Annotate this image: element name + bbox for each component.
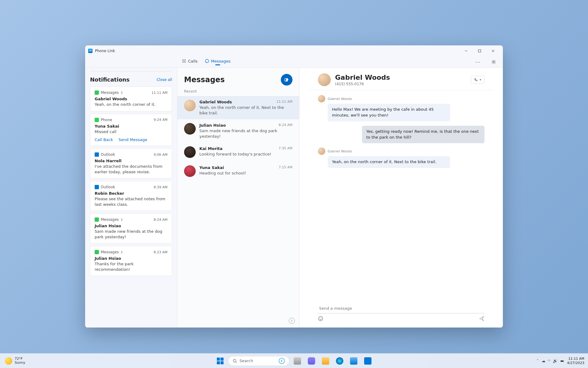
svg-point-12 bbox=[185, 62, 186, 63]
clock[interactable]: 11:11 AM 4/27/2023 bbox=[567, 357, 584, 365]
send-icon bbox=[479, 316, 484, 321]
notification-item[interactable]: Messages❯8:24 AM Julian Hsiao Sam made n… bbox=[90, 213, 172, 243]
search-icon bbox=[233, 359, 237, 363]
notifications-title: Notifications bbox=[90, 76, 130, 83]
phone-link-icon bbox=[364, 357, 371, 365]
taskbar-search[interactable]: Search bbox=[228, 356, 289, 366]
notification-item[interactable]: Outlook8:39 AM Robin Becker Please see t… bbox=[90, 181, 172, 211]
svg-point-28 bbox=[321, 318, 322, 318]
svg-line-21 bbox=[492, 63, 493, 64]
conversation-item[interactable]: Gabriel Woods11:11 AM Yeah, on the north… bbox=[177, 96, 299, 119]
outlook-app-icon bbox=[95, 185, 99, 189]
notification-item[interactable]: Messages❯8:23 AM Julian Hsiao Thanks for… bbox=[90, 246, 172, 276]
maximize-button[interactable] bbox=[473, 46, 486, 56]
tray-icons[interactable]: ☁ ⌔ 🔊 ▬ bbox=[541, 358, 564, 363]
conversation-item[interactable]: Julian Hsiao8:24 AM Sam made new friends… bbox=[177, 119, 299, 143]
svg-point-6 bbox=[185, 59, 186, 60]
onedrive-icon: ☁ bbox=[541, 358, 545, 363]
chat-button[interactable] bbox=[305, 355, 318, 367]
teams-chat-icon bbox=[308, 357, 315, 365]
minimize-button[interactable] bbox=[459, 46, 473, 56]
taskbar: 72°F Sunny Search ˄ ☁ ⌔ 🔊 ▬ 11:11 AM 4/2… bbox=[0, 353, 588, 368]
phone-link-taskbar-button[interactable] bbox=[362, 355, 374, 367]
tab-messages[interactable]: Messages bbox=[205, 59, 231, 65]
conversation-item[interactable]: Kai Morita7:35 AM Looking forward to tod… bbox=[177, 143, 299, 162]
start-button[interactable] bbox=[214, 355, 226, 367]
chat-panel: Gabriel Woods (415) 555-0176 ▾ Gabriel W… bbox=[300, 68, 503, 328]
system-tray: ˄ ☁ ⌔ 🔊 ▬ 11:11 AM 4/27/2023 bbox=[537, 357, 584, 365]
svg-line-20 bbox=[495, 63, 496, 64]
task-view-icon bbox=[294, 357, 301, 365]
gear-icon bbox=[491, 59, 496, 64]
emoji-button[interactable] bbox=[318, 316, 323, 321]
emoji-icon bbox=[318, 316, 323, 321]
chat-header: Gabriel Woods (415) 555-0176 ▾ bbox=[309, 68, 494, 90]
messages-app-icon bbox=[95, 217, 99, 222]
notification-item[interactable]: Outlook9:06 AM Nola Harrell I've attache… bbox=[90, 148, 172, 178]
weather-icon bbox=[5, 357, 12, 365]
more-button[interactable]: ⋯ bbox=[473, 58, 482, 66]
folder-icon bbox=[322, 357, 329, 365]
info-button[interactable]: i bbox=[289, 318, 295, 324]
volume-icon: 🔊 bbox=[553, 358, 558, 363]
compose-icon bbox=[284, 77, 289, 82]
close-button[interactable] bbox=[486, 46, 500, 56]
chat-body[interactable]: Gabriel Woods Hello Max! We are meeting … bbox=[300, 90, 503, 299]
bing-icon bbox=[279, 358, 285, 364]
avatar bbox=[184, 146, 196, 158]
svg-point-27 bbox=[320, 318, 320, 318]
send-message-button[interactable]: Send Message bbox=[119, 137, 147, 142]
contact-avatar bbox=[318, 73, 331, 86]
battery-tray-icon: ▬ bbox=[560, 358, 564, 363]
edge-icon bbox=[336, 357, 343, 365]
window-title: Phone Link bbox=[95, 49, 459, 53]
phone-call-icon bbox=[474, 78, 478, 82]
weather-widget[interactable]: 72°F Sunny bbox=[0, 357, 30, 364]
svg-rect-1 bbox=[478, 50, 481, 52]
message-input[interactable] bbox=[318, 304, 484, 313]
wifi-icon: ⌔ bbox=[548, 358, 550, 363]
svg-point-14 bbox=[493, 61, 495, 63]
notification-item[interactable]: Phone9:24 AM Yuna Sakai Missed call Call… bbox=[90, 114, 172, 146]
call-back-button[interactable]: Call Back bbox=[95, 137, 113, 142]
chevron-right-icon: ❯ bbox=[121, 218, 123, 221]
chevron-down-icon: ▾ bbox=[480, 78, 481, 81]
avatar bbox=[318, 95, 325, 102]
svg-point-7 bbox=[183, 61, 183, 61]
messages-list-panel: Messages Recent Gabriel Woods11:11 AM Ye… bbox=[177, 68, 300, 328]
svg-point-29 bbox=[233, 359, 236, 362]
svg-point-4 bbox=[183, 59, 183, 60]
notification-item[interactable]: Messages❯11:11 AM Gabriel Woods Yeah, on… bbox=[90, 86, 172, 111]
edge-button[interactable] bbox=[334, 355, 346, 367]
store-button[interactable] bbox=[348, 355, 360, 367]
status-row: ⌘ Connected 100% bbox=[90, 68, 172, 71]
avatar bbox=[184, 165, 196, 177]
svg-point-13 bbox=[205, 59, 209, 63]
svg-point-5 bbox=[184, 59, 184, 60]
tray-chevron[interactable]: ˄ bbox=[537, 359, 539, 363]
file-explorer-button[interactable] bbox=[319, 355, 332, 367]
settings-button[interactable] bbox=[489, 58, 498, 66]
titlebar[interactable]: Phone Link bbox=[85, 45, 503, 56]
chat-icon bbox=[205, 59, 209, 63]
call-dropdown[interactable]: ▾ bbox=[471, 76, 484, 84]
close-all-button[interactable]: Close all bbox=[156, 78, 172, 82]
task-view-button[interactable] bbox=[291, 355, 303, 367]
chevron-right-icon: ❯ bbox=[121, 91, 123, 94]
chat-input-area bbox=[300, 299, 503, 328]
avatar bbox=[184, 123, 196, 135]
conversation-item[interactable]: Yuna Sakai7:15 AM Heading out for school… bbox=[177, 162, 299, 181]
outlook-app-icon bbox=[95, 152, 99, 157]
phone-link-window: Phone Link Calls Messages ⋯ Max's iP bbox=[85, 45, 503, 328]
store-icon bbox=[350, 357, 357, 365]
svg-line-30 bbox=[236, 362, 237, 363]
svg-point-10 bbox=[183, 62, 183, 63]
chevron-right-icon: ❯ bbox=[121, 251, 123, 254]
compose-button[interactable] bbox=[281, 74, 292, 86]
svg-point-11 bbox=[184, 62, 184, 63]
tab-calls[interactable]: Calls bbox=[182, 59, 198, 65]
notifications-list[interactable]: Messages❯11:11 AM Gabriel Woods Yeah, on… bbox=[90, 86, 172, 328]
send-button[interactable] bbox=[479, 316, 484, 321]
messages-app-icon bbox=[95, 250, 99, 254]
svg-line-19 bbox=[492, 60, 493, 61]
